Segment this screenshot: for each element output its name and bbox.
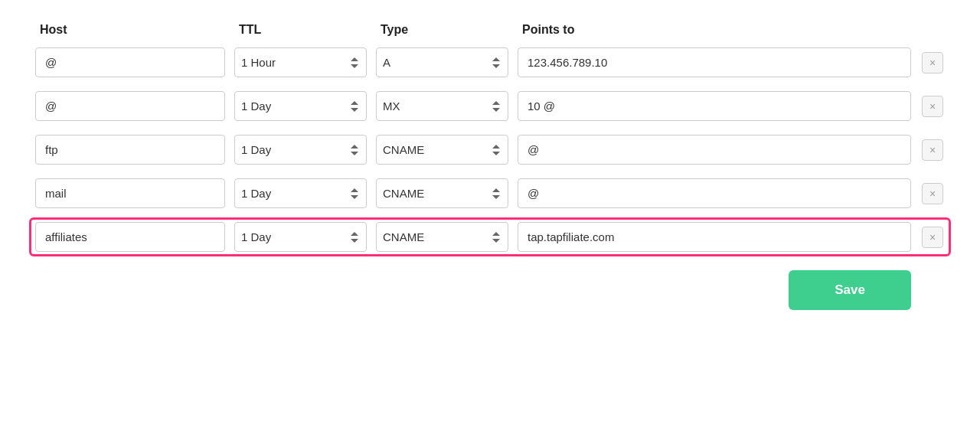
type-cell: AAAAACNAMEMXTXTNSSRVCAA xyxy=(371,132,513,168)
ttl-cell: 30 Minutes1 Hour2 Hours5 Hours1 Day1 Wee… xyxy=(230,88,371,124)
host-input[interactable] xyxy=(35,91,225,121)
host-input[interactable] xyxy=(35,135,225,165)
ttl-cell: 30 Minutes1 Hour2 Hours5 Hours1 Day1 Wee… xyxy=(230,175,371,211)
dns-row: 30 Minutes1 Hour2 Hours5 Hours1 Day1 Wee… xyxy=(31,132,949,168)
host-cell xyxy=(31,132,230,168)
header-host: Host xyxy=(34,23,233,37)
ttl-cell: 30 Minutes1 Hour2 Hours5 Hours1 Day1 Wee… xyxy=(230,44,371,80)
points-to-input[interactable] xyxy=(518,47,911,77)
dns-rows-container: 30 Minutes1 Hour2 Hours5 Hours1 Day1 Wee… xyxy=(31,44,949,255)
dns-row: 30 Minutes1 Hour2 Hours5 Hours1 Day1 Wee… xyxy=(31,175,949,211)
ttl-select[interactable]: 30 Minutes1 Hour2 Hours5 Hours1 Day1 Wee… xyxy=(234,91,367,121)
points-to-cell xyxy=(513,132,916,168)
dns-row: 30 Minutes1 Hour2 Hours5 Hours1 Day1 Wee… xyxy=(31,44,949,80)
header-points-to: Points to xyxy=(516,23,913,37)
host-cell xyxy=(31,219,230,255)
ttl-select[interactable]: 30 Minutes1 Hour2 Hours5 Hours1 Day1 Wee… xyxy=(234,135,367,165)
points-to-cell xyxy=(513,44,916,80)
host-cell xyxy=(31,44,230,80)
dns-row: 30 Minutes1 Hour2 Hours5 Hours1 Day1 Wee… xyxy=(31,219,949,255)
delete-button[interactable]: × xyxy=(922,227,943,248)
type-select[interactable]: AAAAACNAMEMXTXTNSSRVCAA xyxy=(376,91,508,121)
header-type: Type xyxy=(374,23,516,37)
host-input[interactable] xyxy=(35,47,225,77)
type-cell: AAAAACNAMEMXTXTNSSRVCAA xyxy=(371,219,513,255)
column-headers: Host TTL Type Points to xyxy=(31,23,949,37)
points-to-input[interactable] xyxy=(518,135,911,165)
type-cell: AAAAACNAMEMXTXTNSSRVCAA xyxy=(371,88,513,124)
points-to-input[interactable] xyxy=(518,222,911,252)
host-input[interactable] xyxy=(35,178,225,208)
delete-button[interactable]: × xyxy=(922,139,943,161)
points-to-cell xyxy=(513,88,916,124)
delete-cell: × xyxy=(916,180,949,207)
host-input[interactable] xyxy=(35,222,225,252)
points-to-cell xyxy=(513,219,916,255)
save-row: Save xyxy=(31,270,949,310)
type-select[interactable]: AAAAACNAMEMXTXTNSSRVCAA xyxy=(376,178,508,208)
type-cell: AAAAACNAMEMXTXTNSSRVCAA xyxy=(371,44,513,80)
delete-cell: × xyxy=(916,49,949,77)
type-cell: AAAAACNAMEMXTXTNSSRVCAA xyxy=(371,175,513,211)
ttl-select[interactable]: 30 Minutes1 Hour2 Hours5 Hours1 Day1 Wee… xyxy=(234,178,367,208)
ttl-cell: 30 Minutes1 Hour2 Hours5 Hours1 Day1 Wee… xyxy=(230,219,371,255)
delete-cell: × xyxy=(916,224,949,251)
points-to-input[interactable] xyxy=(518,91,911,121)
dns-editor: Host TTL Type Points to 30 Minutes1 Hour… xyxy=(31,23,949,310)
delete-button[interactable]: × xyxy=(922,96,943,117)
delete-button[interactable]: × xyxy=(922,183,943,204)
save-button[interactable]: Save xyxy=(789,270,911,310)
ttl-cell: 30 Minutes1 Hour2 Hours5 Hours1 Day1 Wee… xyxy=(230,132,371,168)
header-ttl: TTL xyxy=(233,23,374,37)
points-to-input[interactable] xyxy=(518,178,911,208)
host-cell xyxy=(31,175,230,211)
header-actions xyxy=(913,23,946,37)
delete-cell: × xyxy=(916,93,949,120)
dns-row: 30 Minutes1 Hour2 Hours5 Hours1 Day1 Wee… xyxy=(31,88,949,124)
type-select[interactable]: AAAAACNAMEMXTXTNSSRVCAA xyxy=(376,47,508,77)
ttl-select[interactable]: 30 Minutes1 Hour2 Hours5 Hours1 Day1 Wee… xyxy=(234,47,367,77)
ttl-select[interactable]: 30 Minutes1 Hour2 Hours5 Hours1 Day1 Wee… xyxy=(234,222,367,252)
delete-button[interactable]: × xyxy=(922,52,943,73)
host-cell xyxy=(31,88,230,124)
delete-cell: × xyxy=(916,136,949,164)
type-select[interactable]: AAAAACNAMEMXTXTNSSRVCAA xyxy=(376,222,508,252)
points-to-cell xyxy=(513,175,916,211)
type-select[interactable]: AAAAACNAMEMXTXTNSSRVCAA xyxy=(376,135,508,165)
